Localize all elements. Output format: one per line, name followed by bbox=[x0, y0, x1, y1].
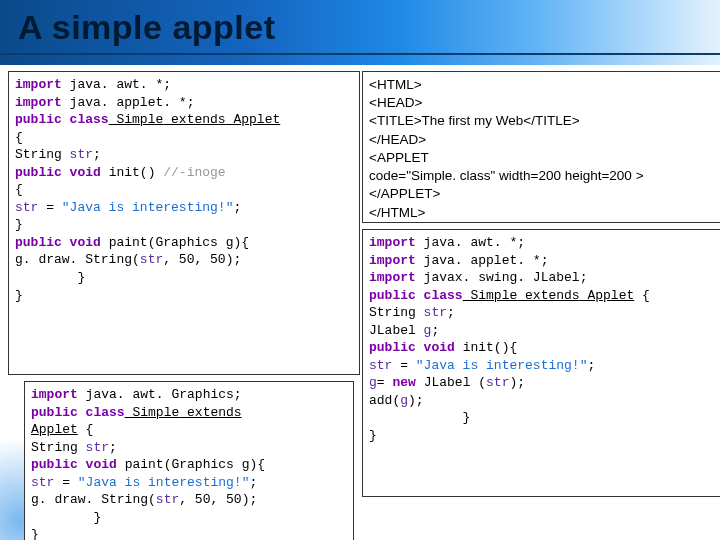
class-name: Simple bbox=[125, 405, 180, 420]
code-text: } bbox=[369, 410, 470, 425]
kw: extends bbox=[517, 288, 579, 303]
class-name: Simple bbox=[463, 288, 518, 303]
code-text: java. awt. Graphics; bbox=[78, 387, 242, 402]
code-text: ; bbox=[587, 358, 595, 373]
code-text: ; bbox=[447, 305, 455, 320]
code-text: g. draw. String( bbox=[15, 252, 140, 267]
code-text: javax. swing. JLabel; bbox=[416, 270, 588, 285]
kw: public void bbox=[369, 340, 455, 355]
code-box-java-paint: import java. awt. Graphics; public class… bbox=[24, 381, 354, 540]
slide-header: A simple applet bbox=[0, 0, 720, 65]
code-text: </APPLET> bbox=[369, 185, 715, 203]
kw: public void bbox=[15, 235, 101, 250]
class-name: Simple bbox=[109, 112, 164, 127]
code-text: ); bbox=[509, 375, 525, 390]
var: g bbox=[400, 393, 408, 408]
code-text: ; bbox=[93, 147, 101, 162]
code-text: } bbox=[15, 217, 23, 232]
code-text: String bbox=[369, 305, 424, 320]
code-text: ); bbox=[408, 393, 424, 408]
code-text: , 50, 50); bbox=[179, 492, 257, 507]
code-text: { bbox=[15, 182, 23, 197]
code-text: = bbox=[392, 358, 415, 373]
var: str bbox=[86, 440, 109, 455]
code-text: init() bbox=[101, 165, 163, 180]
string: "Java is interesting!" bbox=[62, 200, 234, 215]
code-text: } bbox=[15, 270, 85, 285]
code-text: <TITLE>The first my Web</TITLE> bbox=[369, 112, 715, 130]
class-name: Applet bbox=[31, 422, 78, 437]
code-text: </HEAD> bbox=[369, 131, 715, 149]
code-text: { bbox=[634, 288, 650, 303]
kw: public class bbox=[15, 112, 109, 127]
code-text: String bbox=[31, 440, 86, 455]
code-text: add( bbox=[369, 393, 400, 408]
code-text: java. awt. *; bbox=[416, 235, 525, 250]
code-text: } bbox=[15, 288, 23, 303]
code-text: ; bbox=[109, 440, 117, 455]
code-text: java. applet. *; bbox=[62, 95, 195, 110]
string: "Java is interesting!" bbox=[416, 358, 588, 373]
code-text: JLabel ( bbox=[416, 375, 486, 390]
code-text: } bbox=[31, 527, 39, 540]
code-text: ; bbox=[233, 200, 241, 215]
code-text: = bbox=[377, 375, 393, 390]
code-text: <HTML> bbox=[369, 76, 715, 94]
kw: public class bbox=[369, 288, 463, 303]
code-text: } bbox=[31, 510, 101, 525]
code-box-java-jlabel: import java. awt. *; import java. applet… bbox=[362, 229, 720, 497]
slide-content: import java. awt. *; import java. applet… bbox=[0, 65, 720, 533]
code-text: = bbox=[54, 475, 77, 490]
code-text: JLabel bbox=[369, 323, 424, 338]
kw: import bbox=[369, 235, 416, 250]
code-text: java. awt. *; bbox=[62, 77, 171, 92]
code-text: code="Simple. class" width=200 height=20… bbox=[369, 167, 715, 185]
code-text: = bbox=[38, 200, 61, 215]
code-box-java-main: import java. awt. *; import java. applet… bbox=[8, 71, 360, 375]
code-text: ; bbox=[431, 323, 439, 338]
code-text: String bbox=[15, 147, 70, 162]
var: str bbox=[70, 147, 93, 162]
code-text: ; bbox=[249, 475, 257, 490]
code-text: paint(Graphics g){ bbox=[101, 235, 249, 250]
string: "Java is interesting!" bbox=[78, 475, 250, 490]
var: str bbox=[140, 252, 163, 267]
var: str bbox=[424, 305, 447, 320]
kw: extends bbox=[179, 405, 241, 420]
code-text: { bbox=[15, 130, 23, 145]
code-text: java. applet. *; bbox=[416, 253, 549, 268]
kw: public void bbox=[31, 457, 117, 472]
var: str bbox=[369, 358, 392, 373]
code-text: , 50, 50); bbox=[163, 252, 241, 267]
code-text: g. draw. String( bbox=[31, 492, 156, 507]
code-text: paint(Graphics g){ bbox=[117, 457, 265, 472]
class-name: Applet bbox=[580, 288, 635, 303]
var: str bbox=[156, 492, 179, 507]
var: str bbox=[15, 200, 38, 215]
kw: import bbox=[15, 77, 62, 92]
kw: extends bbox=[163, 112, 225, 127]
title-underline bbox=[0, 53, 720, 55]
code-text: <HEAD> bbox=[369, 94, 715, 112]
kw: public void bbox=[15, 165, 101, 180]
var: str bbox=[31, 475, 54, 490]
comment: //-inoge bbox=[163, 165, 225, 180]
kw: import bbox=[31, 387, 78, 402]
class-name: Applet bbox=[226, 112, 281, 127]
code-box-html: <HTML> <HEAD> <TITLE>The first my Web</T… bbox=[362, 71, 720, 223]
slide-title: A simple applet bbox=[18, 8, 702, 47]
code-text: init(){ bbox=[455, 340, 517, 355]
kw: public class bbox=[31, 405, 125, 420]
kw: import bbox=[369, 253, 416, 268]
code-text: { bbox=[78, 422, 94, 437]
kw: new bbox=[392, 375, 415, 390]
code-text: } bbox=[369, 428, 377, 443]
code-text: </HTML> bbox=[369, 204, 715, 222]
kw: import bbox=[369, 270, 416, 285]
var: g bbox=[369, 375, 377, 390]
kw: import bbox=[15, 95, 62, 110]
var: str bbox=[486, 375, 509, 390]
code-text: <APPLET bbox=[369, 149, 715, 167]
